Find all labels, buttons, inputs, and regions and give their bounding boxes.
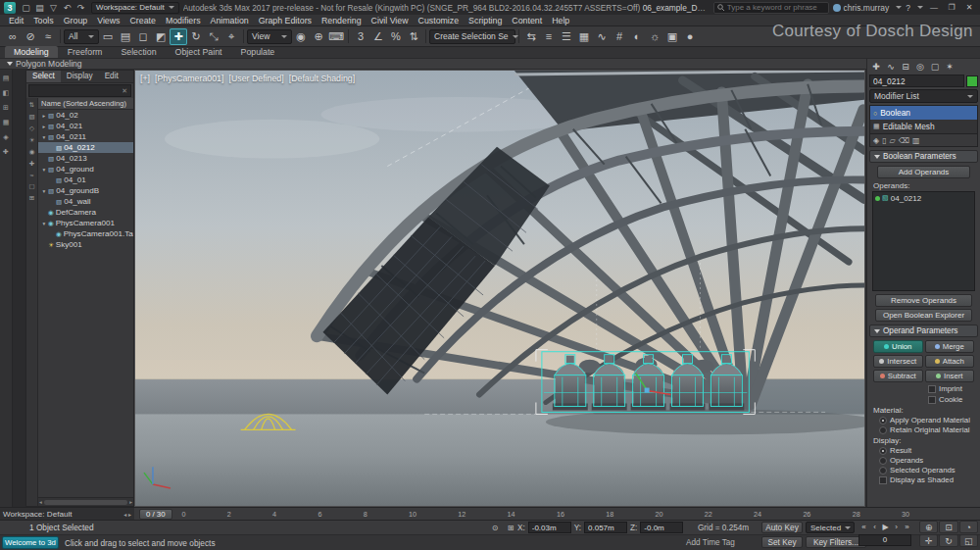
welcome-screen-button[interactable]: Welcome to 3d [2,536,59,549]
minimize-button[interactable]: — [927,3,941,12]
pan-icon[interactable]: ✛ [919,534,938,547]
viewport-layout-tab-icon[interactable]: ▤ [3,75,10,82]
time-slider-handle[interactable]: 0 / 30 [139,509,172,520]
zoom-extents-icon[interactable]: ⊡ [939,521,957,533]
viewport-user-defined-menu[interactable]: [User Defined] [228,74,283,83]
select-and-manipulate-icon[interactable]: ⊕ [310,28,327,45]
menu-item[interactable]: Views [92,16,124,25]
viewport-layout-alt-icon[interactable]: ◧ [3,89,10,97]
viewport-layout-grid-icon[interactable]: ⊞ [3,104,9,112]
orbit-icon[interactable]: ↻ [939,534,957,547]
play-icon[interactable]: ▶ [880,521,891,533]
expander-icon[interactable]: ▾ [40,221,48,226]
go-to-start-icon[interactable]: « [858,521,869,533]
scene-explorer-search-input[interactable] [32,86,122,95]
workspace-dropdown[interactable]: Workspace: Default [91,2,179,14]
modifier-stack-entry[interactable]: ○ Boolean [870,106,977,120]
scene-explorer-row[interactable]: ☀ Sky001 [38,239,133,250]
menu-item[interactable]: Edit [4,16,28,25]
z-coordinate-field[interactable] [640,522,683,533]
ribbon-tab[interactable]: Object Paint [167,46,231,58]
spinner-snap-icon[interactable]: ⇅ [405,28,422,45]
redo-icon[interactable]: ↷ [74,3,87,13]
operand-mode-button[interactable]: Intersect [873,355,923,368]
scene-explorer-row[interactable]: ▸ ▧ 04_021 [38,121,133,131]
viewport-shading-menu[interactable]: [Default Shading] [289,74,356,83]
radio-icon[interactable] [879,417,887,425]
timeline[interactable]: 0 / 30 024681012141618202224262830 [134,507,980,520]
select-and-rotate-icon[interactable]: ↻ [187,28,205,45]
se-display-spacewarps-icon[interactable]: ≈ [30,172,34,178]
scene-explorer-row[interactable]: ▧ 04_0213 [38,153,133,164]
search-box[interactable] [713,2,829,14]
rectangular-selection-icon[interactable]: ◻ [134,28,152,45]
scene-explorer-row[interactable]: ▾ ▧ 04_ground [38,164,133,175]
ribbon-tab[interactable]: Modeling [5,46,58,58]
object-name-field[interactable] [869,75,964,87]
toolbar-dock-a-icon[interactable]: ▦ [3,119,10,126]
se-sort-icon[interactable]: ⇅ [29,101,34,109]
workspace-nav-icons[interactable]: ◂ ▸ [123,511,131,518]
open-file-icon[interactable]: ▤ [33,3,46,13]
material-editor-icon[interactable]: ◐ [628,28,646,45]
expander-icon[interactable]: ▸ [40,124,48,129]
scroll-left-icon[interactable]: ◂ [39,499,42,505]
scene-explorer-scrollbar[interactable]: ◂▸ [38,497,133,506]
ribbon-tab[interactable]: Selection [112,46,165,58]
modifier-list-dropdown[interactable]: Modifier List [869,89,978,103]
scene-explorer-row[interactable]: ▾ ◉ PhysCamera001 [38,218,133,228]
menu-item[interactable]: Customize [414,16,465,25]
radio-icon[interactable] [879,447,887,455]
menu-item[interactable]: Content [507,16,547,25]
display-option[interactable]: Result [879,446,978,455]
operands-list[interactable]: ▧ 04_0212 [872,191,975,291]
toolbar-dock-b-icon[interactable]: ◈ [3,133,8,141]
display-option[interactable]: Operands [879,456,978,465]
workspace-bar[interactable]: Workspace: Default ◂ ▸ [0,507,134,520]
se-display-shapes-icon[interactable]: ◇ [29,125,34,132]
scene-explorer-row[interactable]: ▾ ▧ 04_0211 [38,131,133,142]
se-display-helpers-icon[interactable]: ✚ [29,160,34,168]
select-and-link-icon[interactable]: ∞ [4,28,22,45]
select-and-place-icon[interactable]: ⌖ [222,28,240,45]
make-unique-icon[interactable]: ▱ [890,136,896,145]
selection-filter-dropdown[interactable]: All [64,29,99,44]
scene-explorer-row[interactable]: ◉ PhysCamera001.Target [38,228,133,239]
clear-search-icon[interactable]: ✕ [122,87,127,95]
modifier-state-icon[interactable]: ▦ [873,123,880,130]
material-option[interactable]: Retain Original Material [879,425,978,434]
percent-snap-icon[interactable]: % [387,28,405,45]
display-as-shaded-option[interactable]: Display as Shaded [879,475,978,484]
object-color-swatch[interactable] [966,75,978,87]
scene-explorer-row[interactable]: ▾ ▧ 04_groundB [38,185,133,196]
operand-mode-button[interactable]: Subtract [873,370,923,382]
select-and-move-icon[interactable]: ✚ [170,28,187,45]
go-to-end-icon[interactable]: » [902,521,912,533]
use-pivot-center-icon[interactable]: ◉ [292,28,310,45]
previous-frame-icon[interactable]: ‹ [869,521,880,533]
scene-explorer-row[interactable]: ▧ 04_wall [38,196,133,207]
menu-item[interactable]: Help [547,16,574,25]
app-logo-icon[interactable]: 3 [4,2,16,14]
x-coordinate-field[interactable] [528,522,571,533]
user-account-menu[interactable]: chris.murray [833,3,903,13]
rendered-frame-icon[interactable]: ▣ [663,28,681,45]
snap-toggle-3d-icon[interactable]: 3 [352,28,369,45]
timeline-ruler[interactable]: 024681012141618202224262830 [172,510,919,519]
menu-item[interactable]: Graph Editors [254,16,317,25]
se-display-xrefs-icon[interactable]: ⊞ [29,194,34,202]
unlink-selection-icon[interactable]: ⊘ [22,28,39,45]
scene-explorer-sort-header[interactable]: Name (Sorted Ascending) [38,98,133,110]
viewport-pov-menu[interactable]: [PhysCamera001] [155,74,223,83]
operand-mode-button[interactable]: Merge [925,340,975,353]
radio-icon[interactable] [879,457,887,465]
align-icon[interactable]: ≡ [540,28,558,45]
layer-manager-icon[interactable]: ☰ [558,28,575,45]
remove-operands-button[interactable]: Remove Operands [875,294,972,307]
render-production-icon[interactable]: ● [681,28,699,45]
menu-item[interactable]: Rendering [317,16,367,25]
menu-item[interactable]: Group [59,16,92,25]
auto-key-button[interactable]: Auto Key [761,522,803,533]
new-file-icon[interactable]: ▢ [20,3,32,13]
help-menu[interactable]: ? [906,3,923,13]
